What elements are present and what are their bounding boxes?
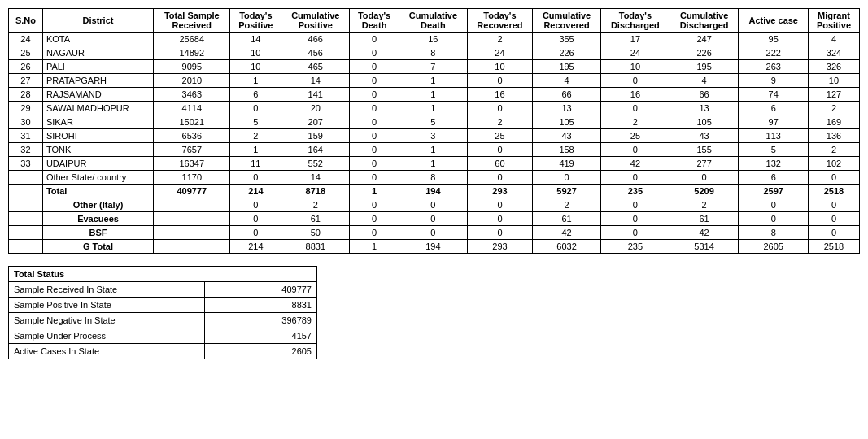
table-cell: 0 bbox=[601, 198, 670, 212]
table-cell: 169 bbox=[808, 115, 859, 129]
table-cell: 226 bbox=[670, 46, 739, 60]
table-cell bbox=[9, 171, 43, 185]
table-cell: 1 bbox=[399, 102, 467, 115]
total-cell: 1 bbox=[350, 185, 399, 198]
table-cell: 7657 bbox=[154, 143, 230, 157]
table-cell: 14892 bbox=[154, 46, 230, 60]
table-cell: 5 bbox=[230, 115, 281, 129]
table-cell: 105 bbox=[533, 115, 601, 129]
table-cell: 0 bbox=[350, 198, 399, 212]
table-cell: 6 bbox=[739, 102, 809, 115]
table-cell: 42 bbox=[533, 226, 601, 240]
table-cell: NAGAUR bbox=[42, 46, 153, 60]
table-cell: 14 bbox=[281, 171, 350, 185]
table-cell: 214 bbox=[230, 240, 281, 254]
total-cell: 235 bbox=[601, 185, 670, 198]
total-cell: 293 bbox=[467, 185, 532, 198]
summary-table: Total StatusSample Received In State4097… bbox=[8, 266, 317, 359]
table-cell: 1 bbox=[230, 74, 281, 88]
table-cell: 1170 bbox=[154, 171, 230, 185]
summary-title-row: Total Status bbox=[9, 267, 317, 282]
summary-value: 396789 bbox=[205, 313, 317, 328]
main-table: S.No District Total SampleReceived Today… bbox=[8, 8, 860, 254]
table-cell: 0 bbox=[350, 33, 399, 46]
table-cell: 42 bbox=[601, 157, 670, 171]
table-cell: G Total bbox=[42, 240, 153, 254]
table-cell: 0 bbox=[808, 212, 859, 226]
table-cell: 355 bbox=[533, 33, 601, 46]
table-cell: 26 bbox=[9, 60, 43, 74]
table-cell: 2 bbox=[670, 198, 739, 212]
total-cell: 5927 bbox=[533, 185, 601, 198]
table-cell: 141 bbox=[281, 88, 350, 102]
table-cell bbox=[154, 226, 230, 240]
table-cell: 0 bbox=[467, 102, 532, 115]
table-cell: 97 bbox=[739, 115, 809, 129]
table-cell: 3 bbox=[399, 129, 467, 143]
table-cell: 0 bbox=[350, 60, 399, 74]
table-cell: 1 bbox=[399, 157, 467, 171]
table-cell: 226 bbox=[533, 46, 601, 60]
table-cell: 61 bbox=[533, 212, 601, 226]
table-cell: 7 bbox=[399, 60, 467, 74]
table-cell: 43 bbox=[533, 129, 601, 143]
table-cell: Evacuees bbox=[42, 212, 153, 226]
table-cell: 0 bbox=[230, 171, 281, 185]
table-cell: 0 bbox=[350, 88, 399, 102]
table-cell: 159 bbox=[281, 129, 350, 143]
table-cell: 0 bbox=[350, 171, 399, 185]
table-cell: 61 bbox=[281, 212, 350, 226]
table-cell: 30 bbox=[9, 115, 43, 129]
table-cell: 28 bbox=[9, 88, 43, 102]
table-cell: 0 bbox=[399, 212, 467, 226]
summary-label: Sample Under Process bbox=[9, 328, 205, 344]
table-row: 32TONK76571164010158015552 bbox=[9, 143, 860, 157]
table-cell: 0 bbox=[350, 46, 399, 60]
table-cell bbox=[9, 198, 43, 212]
table-cell bbox=[9, 240, 43, 254]
table-cell: 27 bbox=[9, 74, 43, 88]
header-sno: S.No bbox=[9, 9, 43, 33]
table-row: G Total214883111942936032235531426052518 bbox=[9, 240, 860, 254]
table-cell: 1 bbox=[399, 88, 467, 102]
table-cell: PALI bbox=[42, 60, 153, 74]
table-cell: 0 bbox=[808, 226, 859, 240]
table-cell: 2 bbox=[533, 198, 601, 212]
table-cell: 0 bbox=[350, 115, 399, 129]
table-cell: TONK bbox=[42, 143, 153, 157]
table-cell: 25 bbox=[601, 129, 670, 143]
table-cell: 0 bbox=[601, 226, 670, 240]
table-cell: UDAIPUR bbox=[42, 157, 153, 171]
table-cell: 10 bbox=[601, 60, 670, 74]
table-cell: 25684 bbox=[154, 33, 230, 46]
table-row: 33UDAIPUR1634711552016041942277132102 bbox=[9, 157, 860, 171]
table-cell: SAWAI MADHOPUR bbox=[42, 102, 153, 115]
table-cell: 10 bbox=[808, 74, 859, 88]
table-row: 26PALI909510465071019510195263326 bbox=[9, 60, 860, 74]
table-cell: 235 bbox=[601, 240, 670, 254]
table-cell: 0 bbox=[467, 226, 532, 240]
table-cell: 0 bbox=[230, 198, 281, 212]
header-migrant-positive: MigrantPositive bbox=[808, 9, 859, 33]
table-cell: 24 bbox=[467, 46, 532, 60]
table-cell: 10 bbox=[467, 60, 532, 74]
summary-title: Total Status bbox=[9, 267, 317, 282]
total-cell bbox=[9, 185, 43, 198]
table-cell: 5 bbox=[399, 115, 467, 129]
table-cell: 16 bbox=[601, 88, 670, 102]
table-cell: 0 bbox=[467, 171, 532, 185]
table-cell: 32 bbox=[9, 143, 43, 157]
table-cell: 0 bbox=[601, 212, 670, 226]
table-cell: 6 bbox=[739, 171, 809, 185]
table-cell: 0 bbox=[467, 74, 532, 88]
table-cell: 0 bbox=[350, 102, 399, 115]
table-cell: KOTA bbox=[42, 33, 153, 46]
table-cell: 222 bbox=[739, 46, 809, 60]
table-cell: 31 bbox=[9, 129, 43, 143]
summary-label: Active Cases In State bbox=[9, 344, 205, 359]
table-cell: 127 bbox=[808, 88, 859, 102]
table-cell: 2 bbox=[808, 143, 859, 157]
total-cell: 2518 bbox=[808, 185, 859, 198]
total-cell: 409777 bbox=[154, 185, 230, 198]
total-cell: Total bbox=[42, 185, 153, 198]
